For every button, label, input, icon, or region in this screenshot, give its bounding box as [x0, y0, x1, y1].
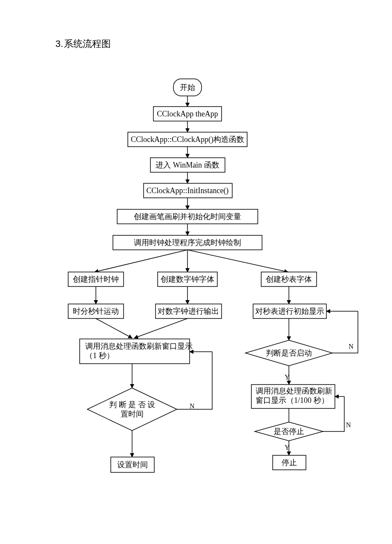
node-dig-font: 创建数字钟字体 — [158, 272, 217, 286]
decision-sw-started: 判断是否启动 — [245, 340, 332, 366]
svg-line-7 — [95, 250, 187, 272]
node-ctor: CClockApp::CClockApp()构造函数 — [128, 132, 247, 147]
node-brush-label: 创建画笔画刷并初始化时间变量 — [134, 212, 241, 221]
node-sw-init: 对秒表进行初始显示 — [253, 304, 326, 318]
node-ptr-clock: 创建指针时钟 — [68, 272, 124, 286]
node-ctor-label: CClockApp::CClockApp()构造函数 — [131, 135, 244, 144]
node-start-label: 开始 — [180, 83, 195, 92]
node-hands-label: 时分秒针运动 — [73, 307, 119, 315]
node-stop-label: 停止 — [282, 458, 297, 467]
node-draw-clock: 调用时钟处理程序完成时钟绘制 — [113, 235, 262, 250]
node-init-label: CClockApp::InitInstance() — [147, 186, 229, 195]
node-brush: 创建画笔画刷并初始化时间变量 — [117, 209, 258, 224]
node-refresh1s: 调用消息处理函数刷新窗口显示 （1 秒） — [80, 339, 193, 364]
node-stop: 停止 — [273, 455, 306, 470]
decision-sw-started-label: 判断是否启动 — [266, 349, 312, 357]
node-refresh1s-l2: （1 秒） — [85, 351, 114, 360]
node-dig-out-label: 对数字钟进行输出 — [158, 307, 219, 315]
svg-line-9 — [187, 250, 288, 272]
node-draw-clock-label: 调用时钟处理程序完成时钟绘制 — [134, 238, 241, 247]
node-winmain: 进入 WinMain 函数 — [150, 158, 225, 172]
label-N-right1: N — [349, 343, 354, 350]
svg-line-16 — [134, 318, 187, 338]
merge-to-refresh1s — [96, 318, 187, 338]
node-start: 开始 — [173, 79, 202, 96]
node-theApp-label: CClockApp theApp — [157, 110, 218, 118]
node-ptr-clock-label: 创建指针时钟 — [73, 275, 119, 284]
split-below-drawClock — [95, 250, 288, 272]
node-set-time-label: 设置时间 — [117, 460, 148, 469]
node-winmain-label: 进入 WinMain 函数 — [156, 161, 219, 169]
node-refresh100: 调用消息处理函数刷新 窗口显示（1/100 秒） — [251, 385, 335, 408]
decision-set-time-l2: 置时间 — [121, 410, 144, 418]
node-refresh1s-l1: 调用消息处理函数刷新窗口显示 — [85, 342, 193, 350]
node-dig-font-label: 创建数字钟字体 — [161, 275, 214, 284]
node-refresh100-l2: 窗口显示（1/100 秒） — [256, 396, 329, 405]
node-sw-font: 创建秒表字体 — [261, 272, 317, 286]
node-set-time: 设置时间 — [111, 457, 154, 472]
node-refresh100-l1: 调用消息处理函数刷新 — [256, 387, 332, 395]
label-N-right2: N — [346, 421, 351, 428]
node-init: CClockApp::InitInstance() — [144, 183, 232, 198]
svg-line-15 — [96, 318, 132, 338]
node-dig-out: 对数字钟进行输出 — [156, 304, 222, 318]
flowchart: 开始 CClockApp theApp CClockApp::CClockApp… — [0, 0, 392, 544]
decision-sw-stopped-label: 是否停止 — [274, 427, 304, 436]
decision-set-time: 判 断 是 否 设 置时间 — [87, 388, 177, 431]
node-sw-font-label: 创建秒表字体 — [266, 275, 312, 284]
node-sw-init-label: 对秒表进行初始显示 — [255, 307, 324, 315]
decision-set-time-l1: 判 断 是 否 设 — [109, 400, 155, 409]
node-theApp: CClockApp theApp — [153, 107, 222, 121]
svg-marker-18 — [87, 388, 177, 431]
decision-sw-stopped: 是否停止 — [255, 422, 323, 441]
label-N-left: N — [190, 402, 195, 410]
node-hands: 时分秒针运动 — [68, 304, 124, 318]
